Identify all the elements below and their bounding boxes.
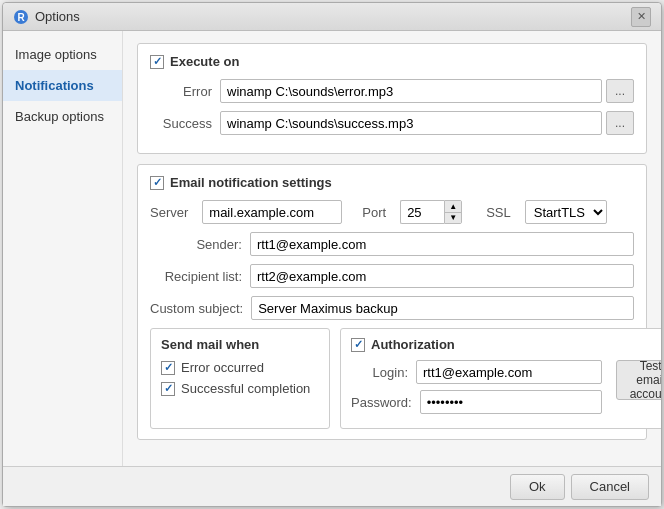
execute-on-title: Execute on (170, 54, 239, 69)
success-browse-button[interactable]: ... (606, 111, 634, 135)
success-completion-label: Successful completion (181, 381, 310, 396)
port-input[interactable] (400, 200, 444, 224)
ok-button[interactable]: Ok (510, 474, 565, 500)
dialog-title: Options (35, 9, 80, 24)
error-input[interactable] (220, 79, 602, 103)
error-occurred-checkbox[interactable] (161, 361, 175, 375)
port-spinner: ▲ ▼ (444, 200, 462, 224)
authorization-checkbox[interactable] (351, 338, 365, 352)
port-label: Port (362, 205, 386, 220)
password-row: Password: (351, 390, 602, 414)
password-label: Password: (351, 395, 420, 410)
password-input[interactable] (420, 390, 602, 414)
subject-label: Custom subject: (150, 301, 251, 316)
login-row: Login: (351, 360, 602, 384)
sender-label: Sender: (150, 237, 250, 252)
server-input[interactable] (202, 200, 342, 224)
authorization-box: Authorization Login: Password: (340, 328, 661, 429)
sidebar-item-notifications[interactable]: Notifications (3, 70, 122, 101)
port-spin-up[interactable]: ▲ (445, 201, 461, 213)
sidebar: Image options Notifications Backup optio… (3, 31, 123, 466)
error-label: Error (150, 84, 220, 99)
dialog-footer: Ok Cancel (3, 466, 661, 506)
server-label: Server (150, 205, 188, 220)
success-input[interactable] (220, 111, 602, 135)
title-bar: R Options ✕ (3, 3, 661, 31)
execute-on-checkbox[interactable] (150, 55, 164, 69)
login-input[interactable] (416, 360, 602, 384)
title-bar-left: R Options (13, 9, 80, 25)
success-completion-row: Successful completion (161, 381, 319, 396)
ssl-label: SSL (486, 205, 511, 220)
send-mail-box: Send mail when Error occurred Successful… (150, 328, 330, 429)
port-wrapper: ▲ ▼ (400, 200, 462, 224)
send-mail-title: Send mail when (161, 337, 319, 352)
email-settings-checkbox[interactable] (150, 176, 164, 190)
email-settings-section: Email notification settings Server Port … (137, 164, 647, 440)
success-completion-checkbox[interactable] (161, 382, 175, 396)
options-dialog: R Options ✕ Image options Notifications … (2, 2, 662, 507)
success-label: Success (150, 116, 220, 131)
main-content: Execute on Error ... Success ... Email n… (123, 31, 661, 466)
execute-on-header: Execute on (150, 54, 634, 69)
email-settings-header: Email notification settings (150, 175, 634, 190)
authorization-title: Authorization (351, 337, 661, 352)
dialog-body: Image options Notifications Backup optio… (3, 31, 661, 466)
recipient-input[interactable] (250, 264, 634, 288)
email-settings-title: Email notification settings (170, 175, 332, 190)
error-occurred-label: Error occurred (181, 360, 264, 375)
error-occurred-row: Error occurred (161, 360, 319, 375)
error-row: Error ... (150, 79, 634, 103)
recipient-row: Recipient list: (150, 264, 634, 288)
recipient-label: Recipient list: (150, 269, 250, 284)
execute-on-section: Execute on Error ... Success ... (137, 43, 647, 154)
close-button[interactable]: ✕ (631, 7, 651, 27)
success-row: Success ... (150, 111, 634, 135)
sidebar-item-backup-options[interactable]: Backup options (3, 101, 122, 132)
port-spin-down[interactable]: ▼ (445, 213, 461, 224)
subject-row: Custom subject: (150, 296, 634, 320)
ssl-select[interactable]: None SSL StartTLS (525, 200, 607, 224)
login-label: Login: (351, 365, 416, 380)
error-browse-button[interactable]: ... (606, 79, 634, 103)
sidebar-item-image-options[interactable]: Image options (3, 39, 122, 70)
sender-row: Sender: (150, 232, 634, 256)
app-icon: R (13, 9, 29, 25)
test-email-button[interactable]: Test email account (616, 360, 661, 400)
svg-text:R: R (17, 12, 25, 23)
sender-input[interactable] (250, 232, 634, 256)
server-row: Server Port ▲ ▼ SSL None SSL Star (150, 200, 634, 224)
subject-input[interactable] (251, 296, 634, 320)
bottom-section: Send mail when Error occurred Successful… (150, 328, 634, 429)
cancel-button[interactable]: Cancel (571, 474, 649, 500)
